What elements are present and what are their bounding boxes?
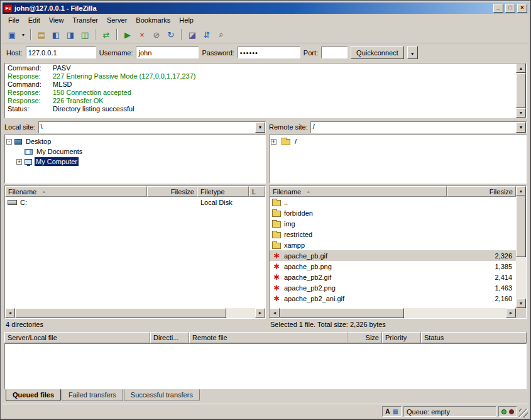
file-row[interactable]: restricted bbox=[270, 229, 516, 240]
scroll-left-icon[interactable] bbox=[270, 308, 280, 318]
image-file-icon: ∗ bbox=[272, 294, 281, 303]
toggle-remote-tree-icon[interactable]: ◨ bbox=[63, 28, 77, 41]
file-row[interactable]: img bbox=[270, 218, 516, 229]
file-row[interactable]: xampp bbox=[270, 240, 516, 250]
scrollbar-thumb[interactable] bbox=[516, 73, 526, 108]
scroll-up-icon[interactable] bbox=[516, 64, 526, 73]
chevron-down-icon[interactable] bbox=[255, 122, 265, 133]
scrollbar-thumb[interactable] bbox=[280, 308, 404, 318]
remote-horizontal-scrollbar[interactable] bbox=[270, 308, 516, 318]
toggle-local-tree-icon[interactable]: ◧ bbox=[49, 28, 63, 41]
chevron-down-icon[interactable] bbox=[516, 122, 526, 133]
column-priority[interactable]: Priority bbox=[382, 332, 421, 343]
remote-site-row: Remote site: / bbox=[269, 121, 527, 133]
scroll-down-icon[interactable] bbox=[516, 299, 526, 308]
local-site-combo[interactable]: \ bbox=[38, 121, 266, 133]
column-last-modified[interactable]: L bbox=[249, 186, 265, 197]
quickconnect-button[interactable]: Quickconnect bbox=[351, 46, 404, 59]
local-horizontal-scrollbar[interactable] bbox=[5, 308, 265, 318]
minimize-button[interactable]: _ bbox=[493, 4, 503, 13]
scrollbar-thumb[interactable] bbox=[516, 196, 526, 257]
menu-item-server[interactable]: Server bbox=[102, 15, 131, 25]
column-filename[interactable]: Filename ▲ bbox=[270, 186, 447, 197]
remote-list-header: Filename ▲ Filesize bbox=[270, 186, 516, 197]
cancel-icon[interactable]: × bbox=[135, 28, 149, 41]
column-server-local-file[interactable]: Server/Local file bbox=[4, 332, 150, 343]
menu-item-bookmarks[interactable]: Bookmarks bbox=[131, 15, 175, 25]
disconnect-icon[interactable]: ⊘ bbox=[150, 28, 163, 41]
collapse-icon[interactable]: - bbox=[6, 139, 12, 145]
menu-item-file[interactable]: File bbox=[4, 15, 24, 25]
file-row[interactable]: ∗ apache_pb2.png 1,463 bbox=[270, 282, 516, 293]
column-filename[interactable]: Filename ▲ bbox=[5, 186, 147, 197]
menu-item-help[interactable]: Help bbox=[175, 15, 198, 25]
resize-grip[interactable] bbox=[519, 409, 528, 417]
log-line-type: Response: bbox=[8, 72, 53, 80]
tree-item-desktop[interactable]: - Desktop bbox=[6, 136, 264, 146]
column-direction[interactable]: Directi... bbox=[150, 332, 189, 343]
file-row[interactable]: ∗ apache_pb.png 1,385 bbox=[270, 261, 516, 272]
title-bar[interactable]: Fz john@127.0.0.1 - FileZilla _ □ × bbox=[3, 3, 528, 14]
menu-item-edit[interactable]: Edit bbox=[24, 15, 45, 25]
column-size[interactable]: Size bbox=[348, 332, 382, 343]
toggle-queue-view-icon[interactable]: ◫ bbox=[78, 28, 92, 41]
sync-browsing-icon[interactable]: ⇵ bbox=[200, 28, 214, 41]
scroll-right-icon[interactable] bbox=[255, 308, 265, 318]
scrollbar-thumb[interactable] bbox=[15, 308, 226, 318]
remote-vertical-scrollbar[interactable] bbox=[516, 186, 526, 308]
tree-item-my-documents[interactable]: My Documents bbox=[6, 146, 264, 157]
refresh-icon[interactable]: ⇄ bbox=[99, 28, 113, 41]
remote-site-combo[interactable]: / bbox=[310, 121, 527, 133]
site-manager-icon[interactable]: ▣ bbox=[5, 28, 19, 41]
column-status[interactable]: Status bbox=[421, 332, 527, 343]
scroll-left-icon[interactable] bbox=[5, 308, 15, 318]
file-row[interactable]: forbidden bbox=[270, 207, 516, 218]
column-filesize[interactable]: Filesize bbox=[147, 186, 197, 197]
close-button[interactable]: × bbox=[517, 4, 527, 13]
file-row[interactable]: .. bbox=[270, 197, 516, 207]
local-tree: - Desktop My Documents + My Computer bbox=[4, 135, 266, 184]
file-row[interactable]: ∗ apache_pb2.gif 2,414 bbox=[270, 272, 516, 282]
expand-icon[interactable]: + bbox=[271, 139, 276, 145]
file-row[interactable]: C: Local Disk bbox=[5, 197, 265, 207]
port-input[interactable] bbox=[321, 47, 348, 58]
column-filesize[interactable]: Filesize bbox=[447, 186, 516, 197]
scroll-down-icon[interactable] bbox=[516, 108, 526, 118]
tree-item-my-computer[interactable]: + My Computer bbox=[6, 157, 264, 167]
local-status-text: 4 directories bbox=[4, 319, 266, 331]
toggle-message-log-icon[interactable]: ▤ bbox=[35, 28, 48, 41]
receive-led-icon bbox=[501, 409, 506, 414]
tab-successful-transfers[interactable]: Successful transfers bbox=[124, 389, 200, 401]
remote-tree: + / bbox=[269, 135, 527, 184]
file-size: 1,385 bbox=[451, 263, 516, 270]
scrollbar-track[interactable] bbox=[15, 308, 255, 318]
column-remote-file[interactable]: Remote file bbox=[189, 332, 348, 343]
scrollbar-track[interactable] bbox=[516, 73, 526, 108]
find-files-icon[interactable]: ⌕ bbox=[214, 28, 228, 41]
log-scrollbar[interactable] bbox=[516, 64, 526, 118]
process-queue-icon[interactable]: ▶ bbox=[121, 28, 134, 41]
expand-icon[interactable]: + bbox=[16, 159, 22, 165]
quickconnect-dropdown-icon[interactable] bbox=[407, 46, 418, 59]
maximize-button[interactable]: □ bbox=[505, 4, 515, 13]
menu-item-transfer[interactable]: Transfer bbox=[68, 15, 102, 25]
column-filetype[interactable]: Filetype bbox=[197, 186, 249, 197]
folder-icon bbox=[272, 200, 281, 206]
file-row[interactable]: ∗ apache_pb2_ani.gif 2,160 bbox=[270, 293, 516, 304]
tree-item-root[interactable]: + / bbox=[271, 136, 525, 146]
site-manager-dropdown-icon[interactable]: ▼ bbox=[19, 28, 27, 41]
username-input[interactable] bbox=[136, 47, 199, 58]
tab-failed-transfers[interactable]: Failed transfers bbox=[62, 389, 123, 401]
scroll-up-icon[interactable] bbox=[516, 186, 526, 196]
scrollbar-track[interactable] bbox=[280, 308, 506, 318]
reconnect-icon[interactable]: ↻ bbox=[164, 28, 178, 41]
password-input[interactable] bbox=[238, 47, 300, 58]
file-row-selected[interactable]: ∗ apache_pb.gif 2,326 bbox=[270, 250, 516, 261]
scrollbar-track[interactable] bbox=[516, 196, 526, 299]
file-name: img bbox=[284, 220, 451, 228]
directory-comparison-icon[interactable]: ◪ bbox=[185, 28, 199, 41]
menu-item-view[interactable]: View bbox=[45, 15, 68, 25]
scroll-right-icon[interactable] bbox=[506, 308, 516, 318]
host-input[interactable] bbox=[26, 47, 96, 58]
tab-queued-files[interactable]: Queued files bbox=[6, 389, 61, 401]
